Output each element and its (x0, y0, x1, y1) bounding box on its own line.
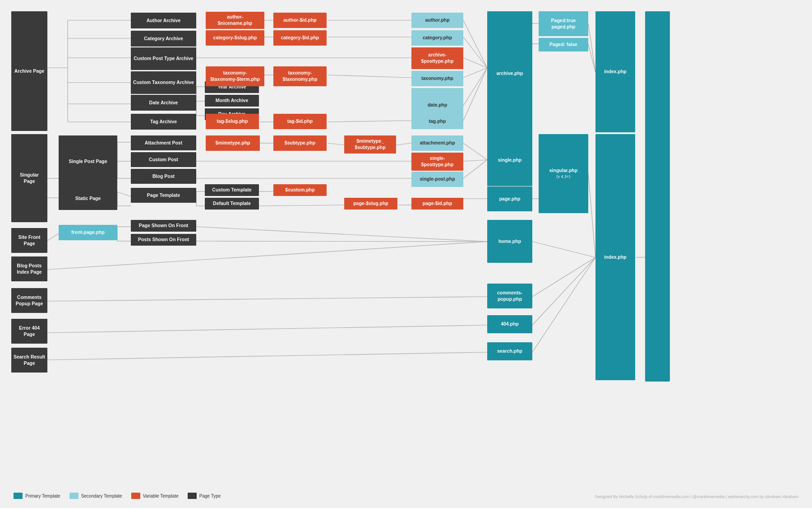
svg-line-58 (47, 233, 59, 241)
taxonomy-taxonomy-box: taxonomy-$taxonomy.php (273, 66, 327, 86)
svg-line-25 (463, 68, 487, 78)
error-404-php-box: 404.php (487, 315, 532, 333)
svg-line-22 (463, 20, 487, 68)
page-id-box: page-$id.php (411, 198, 463, 210)
svg-line-63 (196, 241, 487, 242)
archive-php-box: archive.php (487, 11, 532, 135)
page-shown-front-box: Page Shown On Front (131, 220, 196, 232)
category-id-box: category-$id.php (273, 30, 327, 46)
svg-line-27 (463, 68, 487, 121)
page-type-swatch (188, 493, 197, 499)
connector-lines (0, 0, 812, 508)
blog-post-box: Blog Post (131, 169, 196, 184)
right-teal-bar (645, 11, 670, 382)
archive-page-box: Archive Page (11, 11, 47, 131)
taxonomy-php-box: taxonomy.php (411, 71, 463, 86)
footer-credit: Designed By Michelle Schulp of marklimem… (595, 494, 798, 499)
legend: Primary Template Secondary Template Vari… (14, 493, 221, 499)
svg-line-71 (532, 257, 595, 352)
custom-post-box: Custom Post (131, 152, 196, 167)
primary-swatch (14, 493, 23, 499)
svg-line-67 (532, 257, 595, 297)
single-post-page-box: Single Post Page (59, 135, 117, 187)
legend-page-type: Page Type (188, 493, 221, 499)
svg-line-68 (47, 325, 487, 333)
page-slug-box: page-$slug.php (344, 198, 397, 210)
search-php-box: search.php (487, 342, 532, 360)
singular-page-box: SingularPage (11, 134, 47, 222)
svg-line-62 (196, 227, 487, 242)
attachment-post-box: Attachment Post (131, 135, 196, 150)
svg-line-38 (328, 143, 344, 145)
author-archive-box: Author Archive (131, 13, 196, 28)
legend-primary: Primary Template (14, 493, 60, 499)
posts-shown-front-box: Posts Shown On Front (131, 234, 196, 246)
svg-line-26 (463, 68, 487, 106)
taxonomy-term-box: taxonomy-$taxonomy-$term.php (206, 66, 264, 86)
category-slug-box: category-$slug.php (206, 30, 264, 46)
blog-posts-index-box: Blog PostsIndex Page (11, 256, 47, 281)
svg-line-24 (463, 58, 487, 68)
custom-php-box: $custom.php (273, 184, 327, 196)
mimetype-subtype-box: $mimetype_$subtype.php (344, 135, 396, 154)
svg-line-19 (328, 75, 411, 78)
svg-line-31 (588, 44, 595, 72)
tag-id-box: tag-$id.php (273, 114, 327, 129)
svg-line-23 (463, 37, 487, 68)
author-nicename-box: author-$nicename.php (206, 12, 264, 29)
custom-template-box: Custom Template (205, 184, 259, 196)
variable-swatch (131, 493, 140, 499)
single-post-php-box: single-post.php (411, 172, 463, 187)
paged-false-box: Paged: false (539, 38, 588, 51)
secondary-swatch (69, 493, 78, 499)
singular-php-box: singular.php(v 4.3+) (539, 134, 588, 213)
front-page-php-box: front-page.php (59, 225, 117, 240)
attachment-php-box: attachment.php (411, 135, 463, 151)
date-archive-box: Date Archive (131, 95, 196, 111)
svg-line-57 (588, 173, 595, 257)
home-php-box: home.php (487, 220, 532, 263)
tag-archive-box: Tag Archive (131, 114, 196, 130)
category-php-box: category.php (411, 30, 463, 46)
svg-line-69 (532, 257, 595, 325)
comments-popup-page-box: CommentsPopup Page (11, 288, 47, 313)
svg-line-42 (463, 143, 487, 160)
single-php-box: single.php (487, 134, 532, 186)
svg-line-43 (463, 160, 487, 161)
custom-post-type-archive-box: Custom Post Type Archive (131, 47, 196, 70)
comments-popup-php-box: comments-popup.php (487, 284, 532, 308)
subtype-box: $subtype.php (273, 135, 327, 151)
svg-line-65 (532, 242, 595, 257)
tag-slug-box: tag-$slug.php (206, 114, 259, 129)
error-404-page-box: Error 404Page (11, 319, 47, 344)
index-php-archive-box: index.php (595, 11, 635, 132)
legend-secondary: Secondary Template (69, 493, 122, 499)
static-page-box: Static Page (59, 187, 117, 210)
svg-line-66 (47, 297, 487, 301)
svg-line-39 (396, 143, 411, 145)
site-front-page-box: Site FrontPage (11, 228, 47, 253)
svg-line-46 (117, 192, 131, 196)
category-archive-box: Category Archive (131, 31, 196, 47)
paged-true-box: Paged:truepaged.php (539, 11, 588, 36)
author-id-box: author-$id.php (273, 13, 327, 28)
page-php-box: page.php (487, 186, 532, 211)
archive-posttype-box: archive-$posttype.php (411, 47, 463, 69)
single-posttype-box: single-$posttype.php (411, 153, 463, 171)
svg-line-30 (588, 23, 595, 72)
svg-line-21 (328, 121, 411, 122)
svg-line-44 (463, 160, 487, 178)
default-template-box: Default Template (205, 198, 259, 210)
legend-variable: Variable Template (131, 493, 179, 499)
main-canvas: Archive Page Author Archive Category Arc… (0, 0, 812, 508)
custom-taxonomy-archive-box: Custom Taxonomy Archive (131, 71, 196, 94)
svg-line-64 (47, 242, 487, 270)
page-template-box: Page Template (131, 188, 196, 203)
svg-line-53 (259, 205, 344, 206)
tag-php-box: tag.php (411, 114, 463, 129)
author-php-box: author.php (411, 13, 463, 28)
search-result-page-box: Search ResultPage (11, 348, 47, 373)
month-archive-box: Month Archive (205, 95, 259, 107)
svg-line-70 (47, 352, 487, 360)
index-php-singular-box: index.php (595, 134, 635, 380)
